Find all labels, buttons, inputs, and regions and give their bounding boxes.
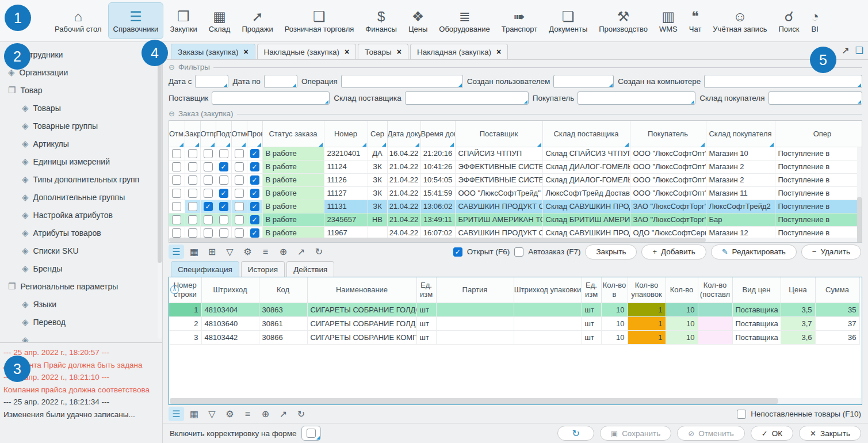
- row-checkbox[interactable]: [250, 202, 259, 211]
- orders-column-header[interactable]: Подт: [216, 121, 231, 147]
- row-checkbox[interactable]: [235, 175, 244, 185]
- row-checkbox[interactable]: [172, 228, 181, 238]
- row-checkbox[interactable]: [204, 202, 213, 211]
- detail-tab[interactable]: Действия: [286, 261, 334, 277]
- row-checkbox[interactable]: [235, 162, 244, 171]
- document-tab[interactable]: Накладные (закупка) ×: [257, 44, 357, 59]
- sidebar-tree-item[interactable]: ◈ Бренды: [0, 259, 162, 277]
- row-checkbox[interactable]: [188, 175, 197, 185]
- orders-column-header[interactable]: Отме: [231, 121, 247, 147]
- top-nav-item[interactable]: ≣ Оборудование: [434, 2, 495, 39]
- tree-scrollbar[interactable]: [158, 44, 162, 339]
- top-nav-item[interactable]: ➠ Транспорт: [496, 2, 543, 39]
- sidebar-tree-item[interactable]: ◈ Перевод: [0, 313, 162, 331]
- filter-input[interactable]: [341, 75, 463, 88]
- orders-column-header[interactable]: Поставщик: [455, 121, 542, 147]
- orders-column-header[interactable]: Отпр: [200, 121, 216, 147]
- filter-input[interactable]: [212, 91, 330, 105]
- sidebar-tree-item[interactable]: ❐ Товар: [0, 81, 162, 99]
- orders-column-header[interactable]: Номер: [324, 121, 368, 147]
- row-checkbox[interactable]: [235, 149, 244, 158]
- row-checkbox[interactable]: [188, 202, 197, 211]
- row-checkbox[interactable]: [235, 189, 244, 198]
- order-row[interactable]: В работе 2345657 НВ 21.04.22 13:49:11 БР…: [169, 213, 862, 226]
- view-grid-icon[interactable]: ▦: [186, 407, 202, 421]
- spec-column-header[interactable]: Партия: [436, 277, 514, 303]
- detail-tab[interactable]: Спецификация: [171, 261, 239, 277]
- sidebar-tree-item[interactable]: ◈ Языки: [0, 295, 162, 313]
- row-checkbox[interactable]: [235, 215, 244, 224]
- spec-column-header[interactable]: Кол-во: [666, 277, 698, 303]
- sidebar-tree-item[interactable]: ◈ Единицы измерений: [0, 152, 162, 170]
- close-icon[interactable]: ×: [345, 47, 349, 56]
- orders-column-header[interactable]: Склад поставщика: [542, 121, 630, 147]
- top-nav-item[interactable]: ▥ WMS: [654, 2, 683, 39]
- filter-input[interactable]: [405, 91, 529, 105]
- top-nav-item[interactable]: ❝ Чат: [684, 2, 707, 39]
- top-nav-item[interactable]: ▦ Склад: [204, 2, 236, 39]
- orders-column-header[interactable]: Опер: [775, 121, 862, 147]
- filter-icon[interactable]: ▽: [204, 407, 220, 421]
- row-checkbox[interactable]: [235, 228, 244, 238]
- close-icon[interactable]: ×: [397, 47, 402, 56]
- add-row-icon[interactable]: ⊕: [276, 245, 291, 259]
- numbered-list-icon[interactable]: ≡: [258, 245, 273, 259]
- cancel-button[interactable]: ⊘Отменить: [677, 426, 745, 441]
- ok-button[interactable]: ✓ОК: [751, 426, 793, 441]
- delete-button[interactable]: −Удалить: [801, 245, 861, 259]
- unshipped-checkbox[interactable]: [737, 410, 746, 419]
- row-checkbox[interactable]: [250, 228, 259, 238]
- top-nav-item[interactable]: ❒ Закупки: [165, 2, 202, 39]
- order-row[interactable]: В работе 11131 ЗК 21.04.22 13:06:02 САВУ…: [169, 200, 862, 213]
- filter-input[interactable]: [768, 91, 863, 105]
- row-checkbox[interactable]: [219, 149, 228, 158]
- spec-column-header[interactable]: Ед. изм: [582, 277, 601, 303]
- row-checkbox[interactable]: [188, 189, 197, 198]
- orders-column-header[interactable]: Отм.: [169, 121, 185, 147]
- spec-column-header[interactable]: Кол-во в: [601, 277, 628, 303]
- view-grid-icon[interactable]: ▦: [186, 245, 202, 259]
- open-external-icon[interactable]: ↗: [276, 407, 291, 421]
- row-checkbox[interactable]: [204, 228, 213, 238]
- correction-checkbox[interactable]: [307, 429, 316, 438]
- row-checkbox[interactable]: [250, 162, 259, 171]
- save-button[interactable]: ▣Сохранить: [600, 426, 671, 441]
- sidebar-tree-item[interactable]: ◈ Типы дополнительных групп: [0, 170, 162, 188]
- row-checkbox[interactable]: [188, 228, 197, 238]
- close-icon[interactable]: ×: [243, 47, 248, 56]
- order-row[interactable]: В работе 11124 ЗК 21.04.22 10:41:26 ЭФФЕ…: [169, 160, 862, 173]
- top-nav-item[interactable]: ☺ Учётная запись: [708, 2, 772, 39]
- row-checkbox[interactable]: [219, 175, 228, 185]
- sidebar-tree-item[interactable]: ◈ Дополнительные группы: [0, 188, 162, 206]
- document-tab[interactable]: Заказы (закупка) ×: [171, 44, 255, 59]
- row-checkbox[interactable]: [204, 175, 213, 185]
- row-checkbox[interactable]: [172, 162, 181, 171]
- row-checkbox[interactable]: [219, 215, 228, 224]
- orders-column-header[interactable]: Сер: [368, 121, 387, 147]
- popout-icon[interactable]: ↗: [842, 45, 849, 56]
- top-nav-item[interactable]: ❑ Розничная торговля: [280, 2, 360, 39]
- order-row[interactable]: В работе 11127 ЗК 21.04.22 15:41:59 ООО …: [169, 186, 862, 200]
- spec-horizontal-scrollbar[interactable]: [170, 398, 861, 404]
- filter-input[interactable]: [553, 75, 614, 88]
- orders-hscroll-thumb[interactable]: [169, 238, 706, 242]
- orders-column-header[interactable]: Закр: [185, 121, 200, 147]
- detail-tab[interactable]: История: [241, 261, 285, 277]
- row-checkbox[interactable]: [219, 189, 228, 198]
- view-calendar-icon[interactable]: ⊞: [204, 245, 220, 259]
- document-tab[interactable]: Накладная (закупка) ×: [410, 44, 508, 59]
- close-form-button[interactable]: ✕Закрыть: [799, 426, 861, 441]
- filter-input[interactable]: [195, 75, 228, 88]
- spec-row[interactable]: 2 48103640 30861 СИГАРЕТЫ СОБРАНИЕ ГОЛД …: [169, 316, 859, 330]
- view-list-icon[interactable]: ☰: [169, 407, 184, 421]
- row-checkbox[interactable]: [250, 175, 259, 185]
- collapse-icon[interactable]: ⊖: [169, 63, 175, 71]
- spec-column-header[interactable]: Сумма: [815, 277, 859, 303]
- row-checkbox[interactable]: [250, 189, 259, 198]
- orders-vscroll-thumb[interactable]: [857, 197, 862, 243]
- sidebar-tree-item[interactable]: ◈ Атрибуты товаров: [0, 224, 162, 242]
- refresh-button[interactable]: ↻: [557, 426, 594, 441]
- order-row[interactable]: В работе 23210401 ДА 16.04.22 21:20:16 С…: [169, 147, 862, 160]
- row-checkbox[interactable]: [172, 149, 181, 158]
- order-row[interactable]: В работе 11126 ЗК 21.04.22 10:54:05 ЭФФЕ…: [169, 173, 862, 186]
